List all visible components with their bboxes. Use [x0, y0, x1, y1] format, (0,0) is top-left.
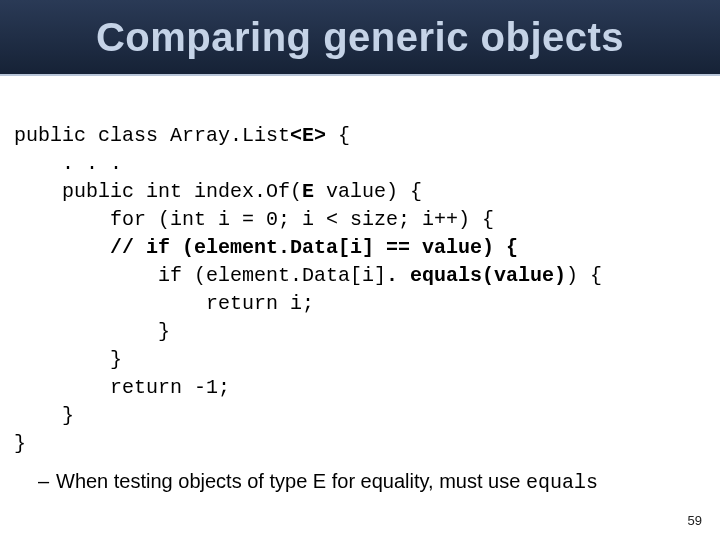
code-l3a: public int index.Of( — [14, 180, 302, 203]
code-l3b: E — [302, 180, 314, 203]
code-l6b: . equals(value) — [386, 264, 566, 287]
bullet-code: equals — [526, 471, 598, 494]
code-block: public class Array.List<E> { . . . publi… — [14, 94, 720, 458]
bullet-line: –When testing objects of type E for equa… — [38, 470, 700, 494]
code-l7: return i; — [14, 292, 314, 315]
code-l9: } — [14, 348, 122, 371]
code-l2: . . . — [14, 152, 122, 175]
code-l10: return -1; — [14, 376, 230, 399]
code-l3c: value) { — [314, 180, 422, 203]
code-l1b: <E> — [290, 124, 326, 147]
bullet-text: When testing objects of type E for equal… — [56, 470, 526, 492]
code-l1a: public class Array.List — [14, 124, 290, 147]
slide-title: Comparing generic objects — [96, 15, 624, 60]
page-number: 59 — [688, 513, 702, 528]
code-l4: for (int i = 0; i < size; i++) { — [14, 208, 494, 231]
code-l6a: if (element.Data[i] — [14, 264, 386, 287]
code-l8: } — [14, 320, 170, 343]
bullet-dash: – — [38, 470, 56, 493]
code-l1c: { — [326, 124, 350, 147]
code-l5: // if (element.Data[i] == value) { — [14, 236, 518, 259]
code-l12: } — [14, 432, 26, 455]
code-l11: } — [14, 404, 74, 427]
slide-header: Comparing generic objects — [0, 0, 720, 76]
code-l6c: ) { — [566, 264, 602, 287]
